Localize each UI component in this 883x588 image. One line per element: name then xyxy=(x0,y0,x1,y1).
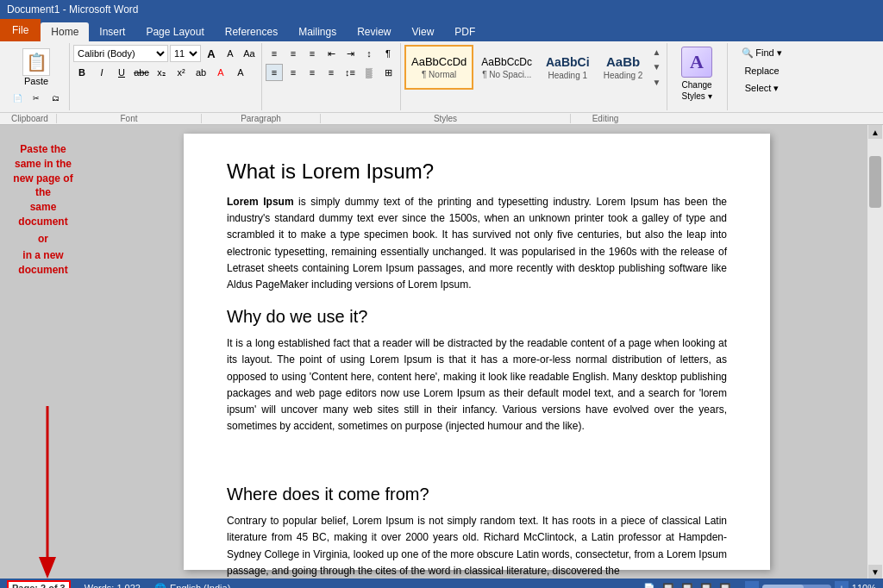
shading-button[interactable]: ▒ xyxy=(360,64,378,81)
multilevel-button[interactable]: ≡ xyxy=(304,45,321,62)
doc-heading1: What is Lorem Ipsum? xyxy=(227,160,727,184)
style-heading1-label: Heading 1 xyxy=(548,71,587,80)
justify-button[interactable]: ≡ xyxy=(323,64,340,81)
sort-button[interactable]: ↕ xyxy=(360,45,378,62)
align-left-button[interactable]: ≡ xyxy=(266,64,283,81)
style-heading2-label: Heading 2 xyxy=(604,71,643,80)
decrease-indent-button[interactable]: ⇤ xyxy=(323,45,340,62)
subscript-button[interactable]: x₂ xyxy=(153,64,170,81)
annotation-text2: in a new document xyxy=(4,248,82,278)
style-heading2[interactable]: AaBb Heading 2 xyxy=(598,45,649,90)
doc-para1-bold: Lorem Ipsum xyxy=(227,196,294,208)
change-styles-button[interactable]: A ChangeStyles ▾ xyxy=(681,47,712,102)
clipboard-group: 📋 Paste 📄 ✂ 🗂 xyxy=(3,43,70,110)
tab-bar: File Home Insert Page Layout References … xyxy=(0,19,883,41)
page-wrapper[interactable]: What is Lorem Ipsum? Lorem Ipsum is simp… xyxy=(86,125,867,579)
bullets-button[interactable]: ≡ xyxy=(266,45,283,62)
align-center-button[interactable]: ≡ xyxy=(285,64,302,81)
style-heading1[interactable]: AaBbCi Heading 1 xyxy=(540,45,596,90)
doc-para3: Contrary to popular belief, Lorem Ipsum … xyxy=(227,513,727,579)
font-size-select[interactable]: 11 xyxy=(170,45,201,62)
paste-button[interactable]: 📋 Paste xyxy=(21,47,52,88)
change-styles-icon: A xyxy=(681,47,712,78)
svg-marker-1 xyxy=(39,557,56,579)
tab-view[interactable]: View xyxy=(402,22,445,41)
zoom-out-button[interactable]: − xyxy=(745,581,759,588)
italic-button[interactable]: I xyxy=(93,64,110,81)
text-effects-button[interactable]: A xyxy=(232,64,249,81)
styles-scroll[interactable]: ▲ ▼ ▼ xyxy=(651,45,663,90)
doc-heading2: Why do we use it? xyxy=(227,307,727,327)
doc-heading3: Where does it come from? xyxy=(227,485,727,504)
font-shrink-button[interactable]: A xyxy=(222,45,239,62)
title-bar-title: Document1 - Microsoft Word xyxy=(7,3,139,16)
status-bar: Page: 2 of 3 Words: 1,022 🌐English (Indi… xyxy=(0,579,883,588)
paste-label: Paste xyxy=(24,76,48,86)
superscript-button[interactable]: x² xyxy=(172,64,190,81)
title-bar: Document1 - Microsoft Word xyxy=(0,0,883,19)
tab-pdf[interactable]: PDF xyxy=(444,22,485,41)
style-normal-label: ¶ Normal xyxy=(422,70,456,79)
borders-button[interactable]: ⊞ xyxy=(379,64,397,81)
scroll-down-button[interactable]: ▼ xyxy=(868,565,882,579)
scroll-up-button[interactable]: ▲ xyxy=(868,125,882,139)
style-normal[interactable]: AaBbCcDd ¶ Normal xyxy=(404,45,473,90)
paste-icon: 📋 xyxy=(22,48,50,76)
clipboard-small-btn3[interactable]: 🗂 xyxy=(47,90,64,107)
style-nospace-label: ¶ No Spaci... xyxy=(482,70,531,79)
zoom-control: − + 110% xyxy=(745,581,876,588)
tab-home[interactable]: Home xyxy=(41,22,89,41)
align-right-button[interactable]: ≡ xyxy=(304,64,321,81)
red-arrow xyxy=(30,406,65,579)
clipboard-small-btn2[interactable]: ✂ xyxy=(28,90,45,107)
annotation-or: or xyxy=(4,233,82,245)
doc-para2: It is a long established fact that a rea… xyxy=(227,335,727,435)
tab-references[interactable]: References xyxy=(215,22,288,41)
page-indicator: Page: 2 of 3 xyxy=(7,580,71,588)
line-spacing-button[interactable]: ↕≡ xyxy=(341,64,359,81)
increase-indent-button[interactable]: ⇥ xyxy=(341,45,359,62)
editing-group: 🔍 Find ▾ Replace Select ▾ xyxy=(728,43,797,110)
tab-page-layout[interactable]: Page Layout xyxy=(135,22,214,41)
zoom-in-button[interactable]: + xyxy=(835,581,849,588)
clipboard-small-btn1[interactable]: 📄 xyxy=(9,90,26,107)
ribbon-labels: Clipboard Font Paragraph Styles Editing xyxy=(0,112,883,124)
change-styles-group: A ChangeStyles ▾ xyxy=(667,43,728,110)
font-case-button[interactable]: Aa xyxy=(241,45,258,62)
zoom-percent: 110% xyxy=(852,583,876,588)
ribbon: 📋 Paste 📄 ✂ 🗂 Calibri (Body) 11 A A Aa xyxy=(0,41,883,125)
document-page: What is Lorem Ipsum? Lorem Ipsum is simp… xyxy=(184,134,770,570)
find-button[interactable]: 🔍 Find ▾ xyxy=(733,45,792,61)
styles-group: AaBbCcDd ¶ Normal AaBbCcDc ¶ No Spaci...… xyxy=(401,43,667,110)
annotation-text: Paste the same in the new page of the sa… xyxy=(4,142,82,229)
font-group: Calibri (Body) 11 A A Aa B I U abc x₂ x²… xyxy=(70,43,262,110)
language-indicator: 🌐English (India) xyxy=(154,583,230,589)
show-hide-button[interactable]: ¶ xyxy=(379,45,397,62)
zoom-slider[interactable] xyxy=(762,585,831,588)
tab-review[interactable]: Review xyxy=(347,22,401,41)
document-area: Paste the same in the new page of the sa… xyxy=(0,125,883,579)
status-right-icons: 📄 🔲 🔲 🔲 🔲 xyxy=(643,583,731,589)
doc-para1-rest: is simply dummy text of the printing and… xyxy=(227,196,727,291)
strikethrough-button[interactable]: abc xyxy=(133,64,150,81)
replace-button[interactable]: Replace xyxy=(733,63,792,78)
font-name-select[interactable]: Calibri (Body) xyxy=(73,45,168,62)
style-nospace[interactable]: AaBbCcDc ¶ No Spaci... xyxy=(475,45,538,90)
font-grow-button[interactable]: A xyxy=(203,45,220,62)
scroll-thumb[interactable] xyxy=(869,156,881,208)
tab-mailings[interactable]: Mailings xyxy=(288,22,347,41)
word-count: Words: 1,022 xyxy=(85,583,141,588)
font-color-button[interactable]: A xyxy=(212,64,229,81)
bold-button[interactable]: B xyxy=(73,64,91,81)
text-highlight-button[interactable]: ab xyxy=(192,64,210,81)
scrollbar[interactable]: ▲ ▼ xyxy=(867,125,883,579)
select-button[interactable]: Select ▾ xyxy=(733,80,792,97)
tab-insert[interactable]: Insert xyxy=(89,22,135,41)
numbering-button[interactable]: ≡ xyxy=(285,45,302,62)
doc-para1: Lorem Ipsum is simply dummy text of the … xyxy=(227,194,727,293)
tab-file[interactable]: File xyxy=(0,19,41,41)
underline-button[interactable]: U xyxy=(113,64,130,81)
annotation-panel: Paste the same in the new page of the sa… xyxy=(0,125,86,579)
paragraph-group: ≡ ≡ ≡ ⇤ ⇥ ↕ ¶ ≡ ≡ ≡ ≡ ↕≡ ▒ ⊞ xyxy=(262,43,401,110)
change-styles-label: ChangeStyles ▾ xyxy=(682,79,712,102)
